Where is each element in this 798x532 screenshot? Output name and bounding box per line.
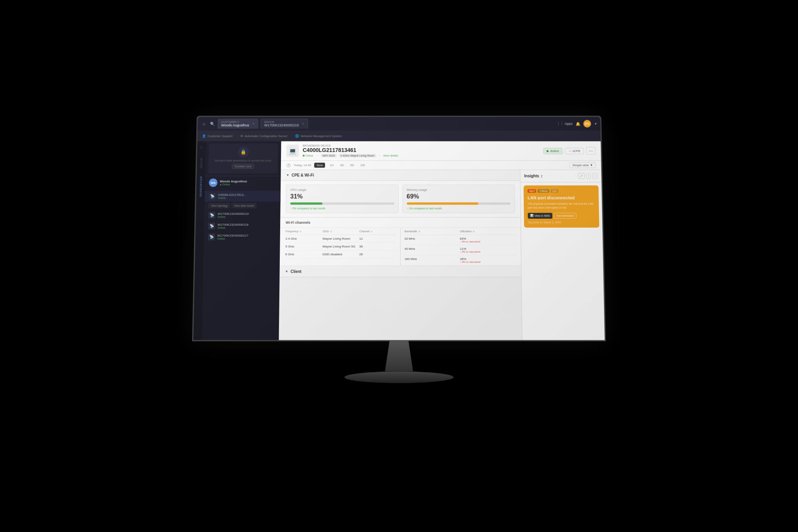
monitor-wrapper: ⌂ 🔍 CUSTOMER II Woods Augusthus ✕ DEVICE… [185,114,613,418]
wifi-row-0[interactable]: 2.4 GHz Wayne Living Room 11 [286,235,396,242]
more-button[interactable]: ··· [586,147,595,155]
tab-customer-close[interactable]: ✕ [252,122,255,125]
device-item-3[interactable]: 📡 W1700K23240000217 Online [204,232,280,242]
alert-badge-alert: Alert [528,189,536,193]
device-icon-large: 💻 [286,145,299,157]
vcpe-button[interactable]: → vCPE [565,147,584,154]
insights-title: Insights [524,174,539,178]
col-frequency[interactable]: Frequency ⇅ [286,230,323,232]
device-icon-0: 📡 [208,193,215,200]
tab-device-label: W1700K23240000219 [264,123,299,127]
period-3d[interactable]: 3D [338,163,345,168]
row1-ssid: Wayne Living Room 5G [322,244,359,248]
tab-device[interactable]: DEVICE W1700K23240000219 ✕ [261,118,308,128]
col-utilization[interactable]: Utilization ⇅ [460,230,515,232]
wifi-row-2[interactable]: 6 GHz SSID disabled 28 [285,250,396,258]
tab-device-close[interactable]: ✕ [302,122,305,125]
down-arrow-0: ↓ [460,240,461,242]
simple-view-button[interactable]: Simple view ▼ [570,162,596,168]
sort-utilization-icon: ⇅ [473,230,475,232]
wifi-right-row-1[interactable]: 40 MHz 11% ↓ 3% vs. last period [404,245,516,255]
col-bandwidth[interactable]: Bandwidth ⇅ [404,230,460,232]
wifi-right-table: Bandwidth ⇅ Utilization ⇅ [404,228,516,265]
sub-nav-customer-support[interactable]: 👤 Customer Support [202,134,233,138]
top-bar-right: ⋮⋮ Apps 🔔 DS ▼ [556,120,597,127]
badge-online: Online [303,154,313,157]
time-now[interactable]: Now [314,163,325,168]
right-row0-util: 83% ↓ 3% vs. last period [460,237,515,242]
permission-text: You don't have permissions to access thi… [212,159,275,162]
view-data-model-btn[interactable]: View data model [231,203,256,208]
sidebar-user[interactable]: WA Woods Augusthus ● Online [205,176,281,189]
sub-nav-label-2: Network Management System [300,134,342,138]
user-status: ● Online [220,183,277,186]
escalate-button[interactable]: Escalate case [232,164,254,169]
insights-header-actions: ⤢ ‹ › [578,173,597,179]
device-status-1: Online [217,216,249,218]
home-icon[interactable]: ⌂ [201,120,207,127]
period-1w[interactable]: 1W [359,163,367,168]
not-interested-button[interactable]: Not interested [554,213,576,219]
memory-change-text: 1% compared to last month [409,207,442,210]
down-arrow-1: ↓ [460,250,461,253]
wifi-table: Frequency ⇅ SSID ⇅ [280,228,521,265]
sub-nav-config-server[interactable]: ⚙ Automatic Configuration Server [240,134,288,138]
search-icon[interactable]: 🔍 [209,120,215,127]
period-1d[interactable]: 1D [328,163,335,168]
alert-card: Alert Critical 111 LAN port disconnected… [524,185,599,227]
sidebar-label-broadband: BROADBAND [199,177,202,197]
sidebar-thin-icon-1[interactable]: □ [198,144,205,150]
device-icon-3: 📡 [208,233,215,240]
right-row2-util-change: ↓ 3% vs. last period [460,261,516,263]
cpu-bar [290,202,394,205]
row1-channel: 36 [359,244,396,248]
insights-next-btn[interactable]: › [593,173,598,179]
user-avatar-top[interactable]: DS [583,120,591,127]
right-row1-bw: 40 MHz [404,247,460,253]
badge-more[interactable]: More details [383,154,398,157]
right-row0-util-value: 83% [460,237,515,240]
monitor-screen: ⌂ 🔍 CUSTOMER II Woods Augusthus ✕ DEVICE… [192,115,606,341]
simple-view-chevron: ▼ [590,163,593,167]
apps-button[interactable]: ⋮⋮ Apps [556,122,572,125]
right-row2-util-value: 39% [460,257,516,261]
row1-frequency: 5 GHz [285,244,322,248]
alert-badge-num: 111 [551,189,558,193]
device-header-actions: ▶ Action → vCPE ··· [543,147,595,155]
row0-ssid: Wayne Living Room [322,237,359,240]
monitor-stand-base [344,371,454,383]
device-item-0[interactable]: 📡 C4000LG2117813... Online [205,191,281,201]
device-item-1[interactable]: 📡 W1700K23240000219 Online [204,210,280,221]
col-ssid[interactable]: SSID ⇅ [323,230,360,232]
wifi-row-1[interactable]: 5 GHz Wayne Living Room 5G 36 [285,242,396,250]
cpe-chevron[interactable]: ▼ [286,173,289,177]
insights-expand-btn[interactable]: ⤢ [578,173,584,179]
sort-bandwidth-icon: ⇅ [418,230,420,232]
cpu-value: 31% [290,193,394,200]
user-dropdown-icon[interactable]: ▼ [594,122,597,125]
wifi-left-table: Frequency ⇅ SSID ⇅ [285,228,396,265]
device-status-2: Online [217,226,249,229]
tab-customer[interactable]: CUSTOMER II Woods Augusthus ✕ [218,118,259,128]
device-name-3: W1700K23240000217 [217,234,249,237]
wifi-right-header-row: Bandwidth ⇅ Utilization ⇅ [404,228,515,235]
device-item-2[interactable]: 📡 W1700K23240000218 Online [204,221,280,232]
view-in-nms-button[interactable]: 📊 View in NMS [528,213,553,219]
alert-description: The physical connection between the unit… [528,202,595,209]
wifi-right-row-2[interactable]: 160 MHz 39% ↓ 3% vs. last period [404,255,516,265]
client-chevron[interactable]: ▼ [285,270,288,273]
content-area: ▼ CPE & Wi-Fi CPU usage 31% [279,170,605,340]
action-button[interactable]: ▶ Action [543,147,562,154]
insights-prev-btn[interactable]: ‹ [586,173,591,179]
col-channel[interactable]: Channel ⇅ [359,230,396,232]
user-initials-sidebar: WA [211,181,216,184]
wifi-right-row-0[interactable]: 20 MHz 83% ↓ 3% vs. last period [404,235,516,245]
period-5d[interactable]: 5D [348,163,355,168]
notifications-icon[interactable]: 🔔 [576,122,580,126]
insights-header: Insights 2 ⤢ ‹ › [520,170,601,182]
client-section-title: Client [291,269,302,274]
cpu-bar-fill [290,202,323,205]
sub-nav-network-mgmt[interactable]: 🌐 Network Management System [295,134,342,138]
view-topology-btn[interactable]: View topology [208,203,230,208]
user-initials: DS [585,122,590,125]
